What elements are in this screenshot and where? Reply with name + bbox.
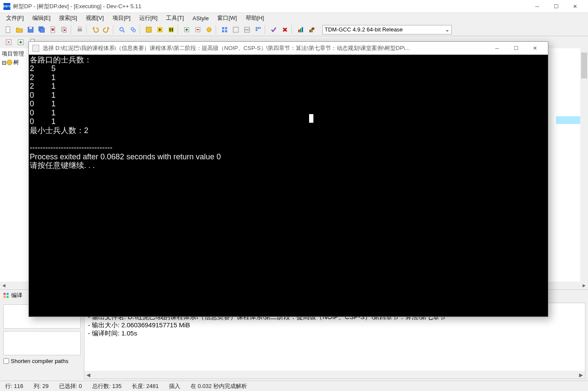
svg-rect-31 — [256, 29, 257, 31]
menu-edit[interactable]: 编辑[E] — [28, 13, 55, 23]
console-line: 0 1 — [30, 109, 56, 117]
scroll-right-icon[interactable]: ► — [580, 282, 588, 289]
svg-rect-29 — [258, 27, 260, 29]
grid3-icon[interactable] — [242, 25, 252, 34]
status-col: 列: 29 — [28, 382, 54, 390]
undo-icon[interactable] — [91, 25, 100, 34]
console-line: -------------------------------- — [30, 143, 113, 152]
debug-watch-icon[interactable] — [204, 25, 214, 34]
svg-rect-8 — [78, 29, 82, 31]
close-all-icon[interactable] — [59, 25, 69, 34]
menu-window[interactable]: 窗口[W] — [213, 13, 241, 23]
console-titlebar[interactable]: 选择 D:\红泥巴\我的课程体系\（信息奥赛）课程体系\第二阶段：提高级（NOI… — [29, 42, 548, 55]
compile-tab-icon — [3, 292, 9, 299]
menu-astyle[interactable]: AStyle — [188, 14, 213, 22]
console-title: 选择 D:\红泥巴\我的课程体系\（信息奥赛）课程体系\第二阶段：提高级（NOI… — [43, 44, 488, 52]
svg-rect-2 — [29, 27, 32, 29]
replace-icon[interactable] — [128, 25, 138, 34]
console-line: 2 1 — [30, 82, 56, 90]
redo-icon[interactable] — [102, 25, 111, 34]
tree-root-label: 树 — [13, 59, 19, 66]
scroll-right-icon[interactable]: ► — [577, 371, 585, 379]
menu-search[interactable]: 搜索[S] — [55, 13, 81, 23]
svg-rect-26 — [244, 27, 250, 29]
scroll-left-icon[interactable]: ◄ — [0, 282, 8, 289]
output-box-2 — [3, 331, 81, 355]
stop-icon[interactable] — [280, 25, 290, 34]
scroll-left-icon[interactable]: ◄ — [84, 371, 92, 379]
shorten-paths-input[interactable] — [3, 358, 9, 364]
main-title: 树型DP - [树型DP.dev] - [Executing] - Dev-C+… — [13, 3, 528, 10]
toolbar-sep — [265, 25, 267, 34]
compile-run-icon[interactable] — [166, 25, 176, 34]
save-all-icon[interactable] — [37, 25, 47, 34]
compiler-select[interactable]: TDM-GCC 4.9.2 64-bit Release ⌄ — [322, 25, 452, 34]
svg-rect-35 — [310, 30, 311, 32]
menu-file[interactable]: 文件[F] — [2, 13, 28, 23]
main-titlebar: DEV 树型DP - [树型DP.dev] - [Executing] - De… — [0, 0, 588, 13]
app-icon: DEV — [3, 3, 10, 10]
profile-icon[interactable] — [296, 25, 305, 34]
svg-rect-42 — [6, 293, 9, 295]
status-sel: 已选择: 0 — [54, 382, 87, 390]
compiler-select-value: TDM-GCC 4.9.2 64-bit Release — [325, 26, 403, 33]
svg-rect-30 — [260, 27, 261, 29]
print-icon[interactable] — [75, 25, 84, 34]
open-folder-icon[interactable] — [15, 25, 24, 34]
console-output[interactable]: 各路口的士兵数： 2 5 2 1 2 1 0 1 0 1 0 1 0 1 最小士… — [29, 55, 548, 317]
svg-rect-33 — [300, 28, 301, 32]
status-len: 长度: 2481 — [127, 382, 164, 390]
close-file-icon[interactable] — [48, 25, 58, 34]
svg-rect-24 — [225, 30, 227, 32]
close-button[interactable]: ✕ — [566, 0, 585, 13]
scrollbar-thumb[interactable] — [581, 53, 587, 78]
svg-point-20 — [207, 28, 211, 32]
console-line: 2 5 — [30, 64, 56, 73]
svg-rect-0 — [6, 27, 10, 33]
grid1-icon[interactable] — [220, 25, 229, 34]
output-hscroll[interactable]: ◄ ► — [84, 371, 585, 379]
new-file-icon[interactable] — [3, 25, 13, 34]
find-icon[interactable] — [117, 25, 127, 34]
console-line: 最小士兵人数：2 — [30, 126, 88, 135]
tree-expand-icon[interactable]: ⊟ — [2, 59, 6, 66]
debug-add-icon[interactable] — [182, 25, 191, 34]
shorten-paths-checkbox[interactable]: Shorten compiler paths — [3, 358, 81, 364]
profile-stop-icon[interactable] — [307, 25, 316, 34]
svg-rect-32 — [298, 30, 300, 32]
maximize-button[interactable]: ☐ — [547, 0, 566, 13]
menu-tools[interactable]: 工具[T] — [162, 13, 188, 23]
svg-rect-23 — [222, 30, 224, 32]
output-tab-label[interactable]: 编译 — [11, 292, 22, 299]
console-maximize-button[interactable]: ☐ — [507, 42, 525, 54]
grid4-icon[interactable] — [253, 25, 263, 34]
menu-run[interactable]: 运行[R] — [135, 13, 162, 23]
svg-rect-25 — [233, 27, 238, 32]
svg-rect-4 — [40, 28, 44, 32]
output-line: - 编译时间: 1.05s — [88, 329, 582, 338]
debug-remove-icon[interactable] — [193, 25, 203, 34]
status-parse: 在 0.032 秒内完成解析 — [185, 382, 252, 390]
run-icon[interactable] — [155, 25, 165, 34]
sidebar-tree-root[interactable]: ⊟ 树 — [2, 59, 28, 66]
toolbar-sep — [140, 25, 142, 34]
menu-view[interactable]: 视图[V] — [81, 13, 108, 23]
project-icon — [6, 59, 13, 65]
menu-project[interactable]: 项目[P] — [108, 13, 135, 23]
minimize-button[interactable]: ─ — [528, 0, 547, 13]
statusbar: 行: 116 列: 29 已选择: 0 总行数: 135 长度: 2481 插入… — [0, 381, 588, 391]
svg-rect-34 — [302, 27, 303, 32]
console-close-button[interactable]: ✕ — [525, 42, 544, 54]
check-icon[interactable] — [269, 25, 278, 34]
tab-add-icon[interactable] — [16, 37, 26, 47]
status-line: 行: 116 — [0, 382, 28, 390]
compile-icon[interactable] — [144, 25, 153, 34]
tab-close-icon[interactable] — [3, 37, 14, 47]
menu-help[interactable]: 帮助[H] — [241, 13, 269, 23]
save-icon[interactable] — [26, 25, 35, 34]
grid2-icon[interactable] — [231, 25, 241, 34]
svg-rect-17 — [172, 28, 173, 31]
status-ins: 插入 — [164, 382, 185, 390]
editor-vscroll[interactable] — [580, 48, 588, 282]
console-minimize-button[interactable]: ─ — [488, 42, 507, 54]
